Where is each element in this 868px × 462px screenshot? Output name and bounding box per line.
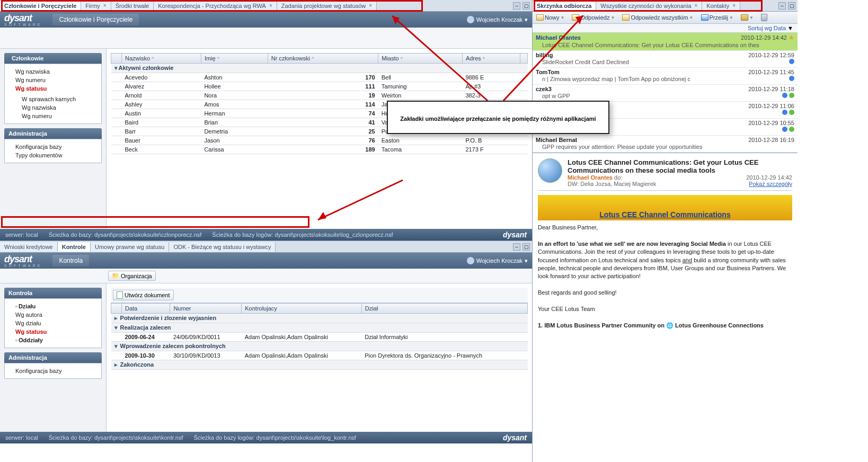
mail-toolbar: Nowy▼ Odpowiedz▼ Odpowiedz wszystkim▼ Pr… (533, 12, 798, 24)
col-header[interactable]: Nazwisko ^ (122, 54, 201, 64)
col-header[interactable]: Adres ^ (462, 54, 520, 64)
table-row[interactable]: AcevedoAshton170Bell9886 E (111, 73, 528, 82)
tab[interactable]: Zadania projektowe wg statusów× (277, 1, 377, 11)
mail-row[interactable]: czek32010-12-29 11:18 opt w GPP (533, 85, 798, 102)
group-row[interactable]: ▸ Potwierdzenie i zlozenie wyjasnien (111, 314, 528, 323)
tab[interactable]: Wszystkie czynności do wykonania× (596, 1, 702, 11)
mail-replyall-button[interactable]: Odpowiedz wszystkim▼ (621, 13, 695, 22)
status-dot (782, 127, 787, 132)
table-row[interactable]: ArnoldNora19Weirton382-3 (111, 91, 528, 100)
col-header[interactable]: Imię ^ (201, 54, 268, 64)
tab[interactable]: Kontakty× (702, 1, 740, 11)
col-header[interactable]: Miasto ^ (378, 54, 463, 64)
sidebar-item[interactable]: ▫Działu (9, 302, 97, 310)
restore-icon[interactable]: ▢ (522, 2, 530, 10)
tab-strip-mid: Wnioski kredytoweKontroleUmowy prawne wg… (0, 241, 532, 253)
org-button[interactable]: 📁 Organizacja (108, 271, 156, 281)
tab[interactable]: Firmy× (81, 1, 111, 11)
minimize-icon[interactable]: – (778, 2, 786, 10)
table-row[interactable]: 2009-10-3030/10/09/KD/0013Adam Opalinski… (111, 351, 528, 360)
col-header[interactable]: Dział (361, 304, 527, 314)
minimize-icon[interactable]: – (513, 243, 520, 251)
mail-row[interactable]: TomTom2010-12-29 11:45 n | Zimowa wyprze… (533, 68, 798, 85)
table-row[interactable]: BauerJason76EastonP.O. B (111, 136, 528, 145)
folder-icon (741, 14, 748, 21)
sidebar-item[interactable]: Wg numeru (9, 112, 97, 120)
panel1-toolbar (0, 28, 532, 49)
user-menu[interactable]: Wojciech Kroczak ▾ (467, 16, 528, 23)
mail-new-button[interactable]: Nowy▼ (535, 13, 566, 22)
mail-row[interactable]: Michael Bernat2010-12-28 16:19 GPP requi… (533, 136, 798, 153)
sidebar-item[interactable]: Konfiguracja bazy (9, 143, 97, 151)
tab[interactable]: Członkowie i Poręczyciele (0, 1, 81, 11)
col-header[interactable]: Numer (170, 304, 242, 314)
globe-icon (538, 158, 562, 183)
close-icon[interactable]: × (103, 3, 107, 8)
mail-date: 2010-12-29 12:59 (748, 52, 794, 58)
mail-forward-button[interactable]: Prześlij▼ (699, 13, 735, 22)
col-header[interactable]: Data (122, 304, 170, 314)
mail-from: Michael Orantes (536, 34, 581, 41)
show-details-link[interactable]: Pokaż szczegóły (749, 181, 792, 187)
sidebar-item[interactable]: Wg statusu (9, 84, 97, 93)
sort-link[interactable]: Sortuj wg Data (748, 25, 786, 31)
sidebar-item[interactable]: Wg numeru (9, 76, 97, 84)
tab-strip-top-left: Członkowie i PoręczycieleFirmy×Środki tr… (0, 0, 532, 12)
table-row[interactable]: BeckCarissa189Tacoma2173 F (111, 145, 528, 154)
tab[interactable]: Umowy prawne wg statusu (91, 242, 169, 252)
status-dot (789, 76, 794, 81)
mail-delete-button[interactable] (759, 13, 769, 22)
close-icon[interactable]: × (695, 3, 698, 8)
tab[interactable]: Korespondencja - Przychodząca wg RWA× (154, 1, 277, 11)
sidebar-item[interactable]: Wg statusu (9, 327, 97, 336)
tab[interactable]: ODK - Bieżące wg statusu i wystawcy (169, 242, 276, 252)
mail-row[interactable]: billing2010-12-29 12:59 SlideRocket Cred… (533, 51, 798, 68)
table-row[interactable]: AlvarezHollee111TamuningAp #3 (111, 82, 528, 91)
mail-from: Michael Orantes (568, 174, 613, 181)
user-menu[interactable]: Wojciech Kroczak ▾ (467, 257, 528, 264)
sidebar-item[interactable]: ▫Oddziały (9, 336, 97, 344)
create-doc-button[interactable]: Utwórz dokument (113, 290, 174, 300)
tab[interactable]: Kontrole (58, 242, 91, 252)
tab[interactable]: Wnioski kredytowe (0, 242, 58, 252)
user-icon (467, 16, 474, 23)
sidebar-item[interactable]: Wg autora (9, 310, 97, 319)
status-dot (789, 110, 794, 115)
close-icon[interactable]: × (269, 3, 272, 8)
restore-icon[interactable]: ▢ (788, 2, 795, 10)
close-icon[interactable]: × (369, 3, 372, 8)
sidebar-item[interactable]: Wg nazwiska (9, 67, 97, 76)
status-dot (789, 127, 794, 132)
col-header[interactable]: Kontrolujacy (242, 304, 361, 314)
group-row[interactable]: ▾ Realizacja zalecen (111, 323, 528, 333)
group-row[interactable]: ▸ Zakończona (111, 360, 528, 370)
reply-all-icon (622, 14, 630, 21)
tab[interactable]: Środki trwałe (111, 1, 154, 11)
col-header[interactable]: Nr członkowski ^ (268, 54, 378, 64)
mail-date: 2010-12-29 11:45 (748, 69, 794, 75)
star-icon: ★ (789, 34, 794, 41)
mail-from: TomTom (536, 69, 560, 75)
group-row[interactable]: ▾ Wprowadzenie zalecen pokontrolnych (111, 342, 528, 351)
mail-subject: SlideRocket Credit Card Declined (536, 58, 794, 66)
sidebar-item[interactable]: Wg nazwiska (9, 103, 97, 112)
reply-icon (572, 14, 579, 21)
logo: dysant (4, 13, 42, 24)
mail-reply-button[interactable]: Odpowiedz▼ (570, 13, 616, 22)
panel1-footer: serwer: local Ścieżka do bazy: dysant\pr… (0, 229, 532, 241)
panel2-header: dysantSOFTWARE Kontrola Wojciech Kroczak… (0, 253, 532, 269)
mail-row[interactable]: Michael Orantes2010-12-29 14:42 ★Lotus C… (533, 33, 798, 51)
table-row[interactable]: 2009-06-2424/06/09/KD/0011Adam Opalinski… (111, 333, 528, 342)
sidebar-item[interactable]: Typy dokumentów (9, 151, 97, 159)
mail-folder-button[interactable]: ▼ (739, 13, 755, 22)
restore-icon[interactable]: ▢ (522, 243, 530, 251)
sidebar-item[interactable]: Konfiguracja bazy (9, 367, 97, 375)
sidebar-item[interactable]: W sprawach karnych (9, 95, 97, 103)
mail-subject: opt w GPP (536, 92, 794, 100)
sidebar-item[interactable]: Wg działu (9, 319, 97, 327)
close-icon[interactable]: × (732, 3, 736, 8)
status-dot (782, 110, 787, 115)
group-row[interactable]: ▾Aktywni członkowie (111, 64, 528, 73)
tab[interactable]: Skrzynka odbiorcza (533, 1, 596, 11)
minimize-icon[interactable]: – (513, 2, 520, 10)
